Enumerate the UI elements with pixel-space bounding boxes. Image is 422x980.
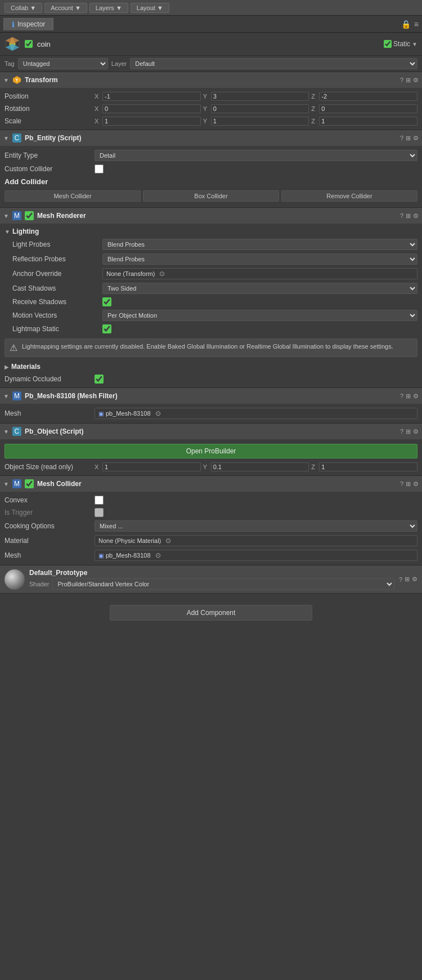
layout-button[interactable]: Layout ▼ (131, 3, 169, 13)
mesh-filter-gear-btn[interactable]: ⚙ (413, 393, 419, 400)
static-checkbox[interactable] (384, 40, 392, 48)
cast-shadows-select[interactable]: Two Sided (102, 283, 417, 294)
scale-y-field: Y (203, 117, 309, 126)
convex-value (95, 496, 417, 505)
entity-type-select[interactable]: Detail (95, 150, 417, 161)
transform-gear-btn[interactable]: ⚙ (413, 77, 419, 84)
pb-entity-preset-btn[interactable]: ⊞ (406, 135, 411, 142)
shader-row: Shader ProBuilder/Standard Vertex Color (29, 578, 394, 590)
material-preset-btn[interactable]: ⊞ (405, 576, 410, 583)
remove-collider-btn[interactable]: Remove Collider (281, 190, 417, 202)
layer-select[interactable]: Default (130, 58, 417, 69)
inspector-tab-item[interactable]: ℹ Inspector (3, 18, 53, 30)
transform-collapse-arrow[interactable]: ▼ (3, 77, 9, 83)
pos-x-input[interactable] (102, 92, 201, 101)
custom-collider-checkbox[interactable] (95, 164, 104, 173)
mesh-filter-actions: ? ⊞ ⚙ (400, 393, 419, 400)
rot-y-input[interactable] (211, 104, 309, 113)
mesh-filter-help-btn[interactable]: ? (400, 393, 403, 399)
shader-select[interactable]: ProBuilder/Standard Vertex Color (52, 578, 394, 590)
tag-select[interactable]: Untagged (18, 58, 108, 69)
is-trigger-checkbox[interactable] (95, 508, 104, 517)
open-probuilder-btn[interactable]: Open ProBuilder (5, 444, 417, 458)
mesh-collider-enable-checkbox[interactable] (25, 479, 34, 488)
rot-y-label: Y (203, 105, 210, 112)
is-trigger-label: Is Trigger (5, 509, 95, 516)
lightmap-static-checkbox[interactable] (102, 324, 111, 333)
position-row: Position X Y Z (5, 90, 417, 103)
anchor-override-row: Anchor Override None (Transform) ⊙ (5, 266, 417, 281)
collider-buttons: Mesh Collider Box Collider Remove Collid… (5, 190, 417, 202)
size-x-label: X (95, 464, 101, 470)
mesh-renderer-gear-btn[interactable]: ⚙ (413, 212, 419, 220)
box-collider-btn[interactable]: Box Collider (143, 190, 279, 202)
mesh-collider-help-btn[interactable]: ? (400, 480, 403, 487)
static-dropdown-arrow[interactable]: ▼ (412, 41, 417, 47)
reflection-probes-select[interactable]: Blend Probes (102, 253, 417, 265)
pos-z-input[interactable] (319, 92, 417, 101)
motion-vectors-value: Per Object Motion (102, 310, 417, 321)
pos-y-label: Y (203, 93, 210, 100)
scale-x-input[interactable] (102, 117, 201, 126)
is-trigger-row: Is Trigger (5, 506, 417, 519)
material-name: Default_Prototype (29, 569, 394, 577)
receive-shadows-label: Receive Shadows (12, 298, 102, 306)
pb-object-help-btn[interactable]: ? (400, 428, 403, 435)
mesh-icon: ▣ (98, 411, 104, 417)
pb-object-collapse-arrow[interactable]: ▼ (3, 429, 9, 435)
rot-z-field: Z (311, 104, 417, 113)
mesh-collider-btn[interactable]: Mesh Collider (5, 190, 141, 202)
light-probes-select[interactable]: Blend Probes (102, 239, 417, 250)
anchor-override-circle-btn[interactable]: ⊙ (159, 270, 165, 278)
mesh-renderer-collapse-arrow[interactable]: ▼ (3, 213, 9, 219)
position-label: Position (5, 92, 95, 100)
mc-material-circle-btn[interactable]: ⊙ (165, 537, 171, 545)
pb-entity-collapse-arrow[interactable]: ▼ (3, 135, 9, 141)
convex-checkbox[interactable] (95, 496, 104, 505)
motion-vectors-select[interactable]: Per Object Motion (102, 310, 417, 321)
menu-icon[interactable]: ≡ (414, 20, 419, 29)
mesh-filter-preset-btn[interactable]: ⊞ (406, 393, 411, 400)
pb-entity-gear-btn[interactable]: ⚙ (413, 135, 419, 142)
scale-z-input[interactable] (319, 117, 417, 126)
collab-button[interactable]: Collab ▼ (5, 3, 42, 13)
receive-shadows-checkbox[interactable] (102, 297, 111, 306)
transform-preset-btn[interactable]: ⊞ (406, 77, 411, 84)
mesh-filter-circle-btn[interactable]: ⊙ (155, 409, 161, 417)
materials-arrow[interactable]: ▶ (5, 364, 9, 370)
custom-collider-label: Custom Collider (5, 165, 95, 173)
material-gear-btn[interactable]: ⚙ (412, 576, 417, 583)
cooking-options-select[interactable]: Mixed ... (95, 520, 417, 532)
pb-object-title: Pb_Object (Script) (25, 427, 397, 435)
pb-object-gear-btn[interactable]: ⚙ (413, 428, 419, 435)
transform-help-btn[interactable]: ? (400, 77, 403, 83)
material-prototype-row: Default_Prototype Shader ProBuilder/Stan… (0, 565, 422, 594)
mesh-renderer-help-btn[interactable]: ? (400, 212, 403, 219)
dynamic-occluded-checkbox[interactable] (95, 375, 104, 384)
mc-mesh-row: Mesh ▣ pb_Mesh-83108 ⊙ (5, 548, 417, 563)
rot-z-input[interactable] (319, 104, 417, 113)
mesh-filter-collapse-arrow[interactable]: ▼ (3, 393, 9, 399)
static-toggle[interactable]: Static ▼ (384, 40, 417, 48)
pos-y-input[interactable] (211, 92, 309, 101)
account-button[interactable]: Account ▼ (44, 3, 87, 13)
svg-text:T: T (15, 78, 18, 83)
mesh-renderer-enable-checkbox[interactable] (25, 211, 34, 220)
scale-y-input[interactable] (211, 117, 309, 126)
lighting-arrow[interactable]: ▼ (5, 229, 10, 235)
rot-x-input[interactable] (102, 104, 201, 113)
pb-object-body: Open ProBuilder Object Size (read only) … (0, 439, 422, 475)
custom-collider-row: Custom Collider (5, 163, 417, 175)
mc-mesh-circle-btn[interactable]: ⊙ (155, 551, 161, 559)
lock-icon[interactable]: 🔒 (401, 20, 411, 29)
mesh-collider-gear-btn[interactable]: ⚙ (413, 480, 419, 488)
mesh-renderer-preset-btn[interactable]: ⊞ (406, 212, 411, 220)
layers-button[interactable]: Layers ▼ (89, 3, 128, 13)
pb-entity-help-btn[interactable]: ? (400, 135, 403, 141)
gameobject-enable-checkbox[interactable] (25, 40, 33, 48)
pb-object-preset-btn[interactable]: ⊞ (406, 428, 411, 435)
material-help-btn[interactable]: ? (399, 576, 402, 583)
mesh-collider-preset-btn[interactable]: ⊞ (406, 480, 411, 488)
add-component-btn[interactable]: Add Component (110, 605, 312, 621)
mesh-collider-collapse-arrow[interactable]: ▼ (3, 481, 9, 487)
